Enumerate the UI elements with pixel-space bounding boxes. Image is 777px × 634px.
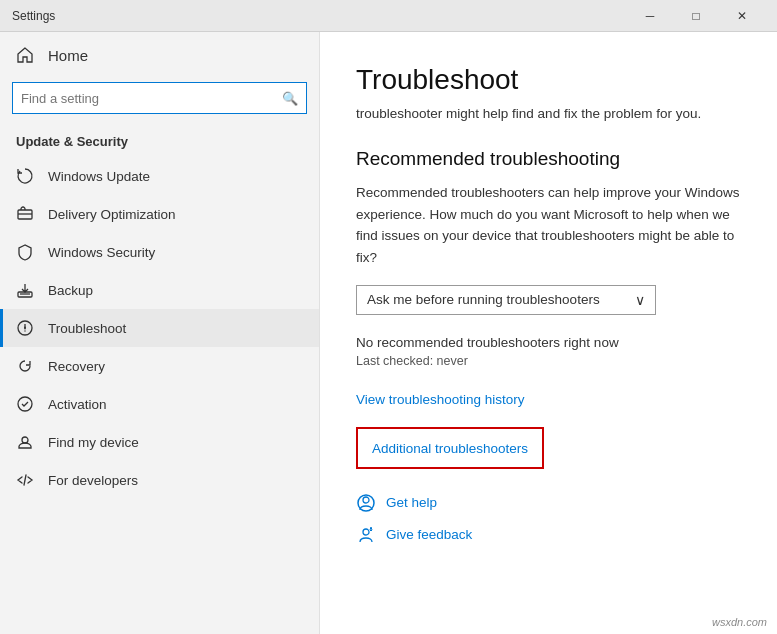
update-icon [16,167,34,185]
sidebar-item-windows-security[interactable]: Windows Security [0,233,319,271]
security-icon [16,243,34,261]
close-button[interactable]: ✕ [719,0,765,32]
maximize-button[interactable]: □ [673,0,719,32]
sidebar-item-find-my-device[interactable]: Find my device [0,423,319,461]
search-icon: 🔍 [282,91,298,106]
sidebar-item-label: Windows Update [48,169,150,184]
sidebar-item-label: Recovery [48,359,105,374]
sidebar-item-label: Find my device [48,435,139,450]
get-help-icon [356,493,376,513]
delivery-icon [16,205,34,223]
page-subtitle: troubleshooter might help find and fix t… [356,104,741,124]
find-icon [16,433,34,451]
sidebar: Home 🔍 Update & Security Windows Update [0,32,320,634]
watermark: wsxdn.com [712,616,767,628]
sidebar-item-label: Delivery Optimization [48,207,176,222]
sidebar-item-windows-update[interactable]: Windows Update [0,157,319,195]
sidebar-item-recovery[interactable]: Recovery [0,347,319,385]
view-history-link[interactable]: View troubleshooting history [356,392,741,407]
get-help-item[interactable]: Get help [356,493,741,513]
title-bar-title: Settings [12,9,627,23]
sidebar-item-backup[interactable]: Backup [0,271,319,309]
sidebar-item-troubleshoot[interactable]: Troubleshoot [0,309,319,347]
dev-icon [16,471,34,489]
sidebar-item-home[interactable]: Home [0,32,319,78]
title-bar: Settings ─ □ ✕ [0,0,777,32]
additional-troubleshooters-link[interactable]: Additional troubleshooters [372,441,528,456]
chevron-down-icon: ∨ [635,292,645,308]
sidebar-item-activation[interactable]: Activation [0,385,319,423]
search-box[interactable]: 🔍 [12,82,307,114]
minimize-button[interactable]: ─ [627,0,673,32]
backup-icon [16,281,34,299]
svg-point-5 [22,437,28,443]
troubleshooter-dropdown[interactable]: Ask me before running troubleshooters ∨ [356,285,656,315]
svg-point-4 [18,397,32,411]
main-panel: Troubleshoot troubleshooter might help f… [320,32,777,634]
give-feedback-item[interactable]: Give feedback [356,525,741,545]
page-title: Troubleshoot [356,64,741,96]
title-bar-controls: ─ □ ✕ [627,0,765,32]
sidebar-item-label: For developers [48,473,138,488]
additional-troubleshooters-box: Additional troubleshooters [356,427,544,469]
sidebar-item-label: Troubleshoot [48,321,126,336]
svg-point-7 [363,497,369,503]
activation-icon [16,395,34,413]
sidebar-item-delivery-optimization[interactable]: Delivery Optimization [0,195,319,233]
app-body: Home 🔍 Update & Security Windows Update [0,32,777,634]
search-input[interactable] [21,91,282,106]
sidebar-item-for-developers[interactable]: For developers [0,461,319,499]
help-section: Get help Give feedback [356,493,741,545]
no-troubleshooters-text: No recommended troubleshooters right now [356,335,741,350]
give-feedback-icon [356,525,376,545]
svg-point-3 [24,330,25,331]
recommended-section-title: Recommended troubleshooting [356,148,741,170]
get-help-label: Get help [386,495,437,510]
dropdown-value: Ask me before running troubleshooters [367,292,600,307]
sidebar-home-label: Home [48,47,88,64]
section-label: Update & Security [0,126,319,157]
sidebar-item-label: Activation [48,397,107,412]
give-feedback-label: Give feedback [386,527,472,542]
svg-point-8 [363,529,369,535]
home-icon [16,46,34,64]
recommended-desc: Recommended troubleshooters can help imp… [356,182,741,268]
recovery-icon [16,357,34,375]
sidebar-item-label: Backup [48,283,93,298]
troubleshoot-icon [16,319,34,337]
last-checked-text: Last checked: never [356,354,741,368]
sidebar-item-label: Windows Security [48,245,155,260]
